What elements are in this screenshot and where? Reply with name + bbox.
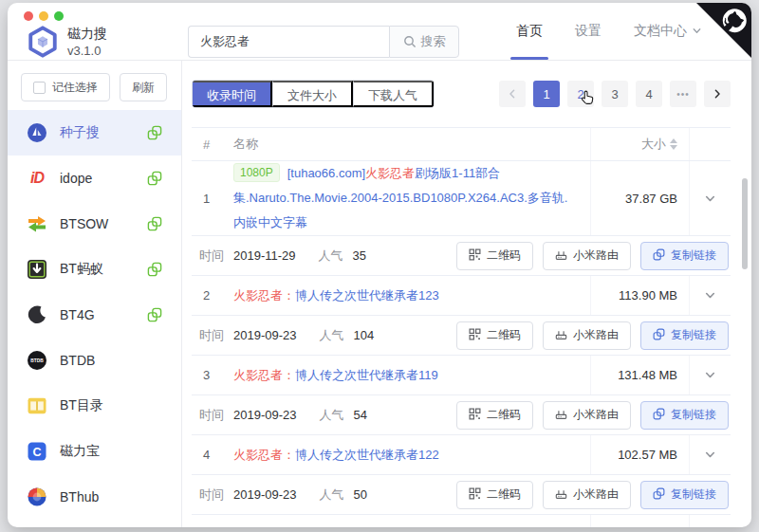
quality-tag: 1080P <box>233 163 280 182</box>
row-expand-cell <box>689 161 731 235</box>
title-highlight: 火影忍者： <box>233 288 295 303</box>
title-segment: [tuhao66.com] <box>287 166 365 180</box>
row-size: 113.90 MB <box>590 276 689 315</box>
torrent-title-link[interactable]: 火影忍者：博人传之次世代继承者119 <box>233 368 438 382</box>
popularity-label: 人气 <box>320 327 344 344</box>
torrent-title-link[interactable]: 博人传-火影忍者新时代121 <box>233 527 381 528</box>
search-button-label: 搜索 <box>421 33 446 50</box>
app-brand: 磁力搜 v3.1.0 <box>27 26 107 58</box>
sort-tab-2[interactable]: 下载人气 <box>353 81 434 107</box>
remember-choice-checkbox[interactable] <box>33 82 46 94</box>
app-window: 磁力搜 v3.1.0 搜索 首页设置文档中心 记住选择 <box>8 3 751 527</box>
popularity-label: 人气 <box>320 407 344 424</box>
source-list: 种子搜iDidopeBTSOWBT蚂蚁BT4GBTDBBTDBBT目录C磁力宝B… <box>8 110 181 520</box>
sidebar-item-btmulu[interactable]: BT目录 <box>8 383 181 429</box>
nav-item-label: 文档中心 <box>634 23 687 40</box>
title-segment: 博人传之次世代继承者122 <box>295 448 439 462</box>
qrcode-button[interactable]: 二维码 <box>456 401 533 430</box>
pagination-page-4[interactable]: 4 <box>636 81 662 107</box>
copy-link-button[interactable]: 复制链接 <box>640 242 729 270</box>
search-button[interactable]: 搜索 <box>389 26 459 58</box>
pagination-page-1[interactable]: 1 <box>533 81 560 107</box>
row-index: 1 <box>192 192 233 206</box>
sidebar-item-cilibao[interactable]: C磁力宝 <box>8 429 181 474</box>
qrcode-icon <box>469 248 481 264</box>
close-window-button[interactable] <box>24 11 33 21</box>
results-table: # 名称 大小 11080P[tuhao66.com]火影忍者剧场版1-11部合… <box>192 127 731 527</box>
row-name-cell: 博人传-火影忍者新时代121 <box>233 523 590 528</box>
sort-tab-0[interactable]: 收录时间 <box>193 81 272 107</box>
sidebar-item-btsow[interactable]: BTSOW <box>8 201 181 247</box>
pagination-page-3[interactable]: 3 <box>602 81 628 107</box>
bthub-icon <box>27 486 47 507</box>
pagination-more-button[interactable]: ••• <box>670 81 696 107</box>
sidebar-item-label: BT目录 <box>60 397 103 414</box>
remember-choice-button[interactable]: 记住选择 <box>21 73 110 101</box>
expand-row-button[interactable] <box>704 449 716 461</box>
copy-link-button[interactable]: 复制链接 <box>640 481 729 509</box>
copy-link-button[interactable]: 复制链接 <box>640 321 729 350</box>
link-status-icon <box>147 216 162 231</box>
scrollbar[interactable] <box>742 178 748 269</box>
popularity-label: 人气 <box>319 248 343 265</box>
result-toolbar: 收录时间文件大小下载人气 1234••• <box>192 80 731 108</box>
sidebar-item-bthub[interactable]: BThub <box>8 474 181 520</box>
popularity-label: 人气 <box>320 486 344 504</box>
pagination-page-2[interactable]: 2 <box>567 81 594 107</box>
row-index: 2 <box>192 288 233 303</box>
expand-row-button[interactable] <box>704 193 716 205</box>
nav-item-settings[interactable]: 设置 <box>575 3 602 60</box>
result-row: 5博人传-火影忍者新时代121195.87 MB <box>192 515 731 527</box>
sidebar-actions: 记住选择 刷新 <box>8 61 181 110</box>
sort-tab-1[interactable]: 文件大小 <box>272 81 353 107</box>
btdb-icon: BTDB <box>27 350 47 371</box>
link-status-icon <box>147 171 162 186</box>
top-nav: 首页设置文档中心 <box>516 3 702 60</box>
app-title: 磁力搜 <box>67 26 107 43</box>
row-size: 195.87 MB <box>590 515 689 527</box>
router-icon <box>555 487 567 503</box>
search-input[interactable] <box>188 26 389 58</box>
copy-icon <box>653 328 665 343</box>
expand-row-button[interactable] <box>704 289 716 302</box>
header-name: 名称 <box>233 136 590 153</box>
copy-link-button[interactable]: 复制链接 <box>640 401 729 430</box>
torrent-title-link[interactable]: 火影忍者：博人传之次世代继承者122 <box>233 448 439 462</box>
sidebar-item-idope[interactable]: iDidope <box>8 156 181 201</box>
btmulu-icon <box>27 395 47 416</box>
qrcode-button[interactable]: 二维码 <box>456 481 533 509</box>
xiaomi-router-button[interactable]: 小米路由 <box>543 321 631 350</box>
time-label: 时间 <box>199 486 224 504</box>
nav-item-home[interactable]: 首页 <box>516 3 543 60</box>
torrent-title-link[interactable]: 1080P[tuhao66.com]火影忍者剧场版1-11部合集.Naruto.… <box>233 166 567 229</box>
title-segment: 博人传之次世代继承者119 <box>295 368 438 382</box>
row-index: 4 <box>192 448 233 462</box>
table-header: # 名称 大小 <box>192 127 731 161</box>
router-icon <box>555 328 567 343</box>
bt4g-icon <box>27 304 47 325</box>
pagination-prev-button[interactable] <box>499 81 526 107</box>
sidebar-item-bt4g[interactable]: BT4G <box>8 292 181 338</box>
minimize-window-button[interactable] <box>39 11 48 21</box>
nav-item-docs[interactable]: 文档中心 <box>634 3 702 60</box>
torrent-title-link[interactable]: 火影忍者：博人传之次世代继承者123 <box>233 288 439 303</box>
qrcode-button[interactable]: 二维码 <box>456 242 533 270</box>
app-version: v3.1.0 <box>67 44 107 58</box>
qrcode-button[interactable]: 二维码 <box>456 321 533 350</box>
xiaomi-router-button[interactable]: 小米路由 <box>543 401 631 430</box>
link-status-icon <box>147 307 162 322</box>
sidebar-item-btdb[interactable]: BTDBBTDB <box>8 338 181 383</box>
xiaomi-router-button[interactable]: 小米路由 <box>543 242 631 270</box>
xiaomi-router-button[interactable]: 小米路由 <box>543 481 631 509</box>
maximize-window-button[interactable] <box>54 11 64 21</box>
expand-row-button[interactable] <box>704 369 716 381</box>
search-icon <box>403 35 417 48</box>
time-label: 时间 <box>199 327 224 344</box>
pagination-next-button[interactable] <box>704 81 731 107</box>
result-row: 3火影忍者：博人传之次世代继承者119131.48 MB <box>192 356 731 395</box>
sidebar-item-zhongzisou[interactable]: 种子搜 <box>8 110 181 156</box>
refresh-button[interactable]: 刷新 <box>120 73 167 101</box>
header-size-sort[interactable]: 大小 <box>590 128 689 160</box>
sidebar-item-btmayi[interactable]: BT蚂蚁 <box>8 247 181 292</box>
traffic-lights <box>24 11 64 21</box>
